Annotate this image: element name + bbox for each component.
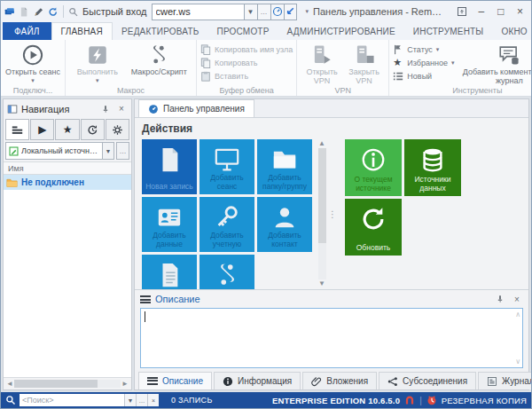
search-more-button[interactable]: … bbox=[136, 394, 147, 406]
tile-add-macro[interactable]: Добавить bbox=[200, 255, 254, 289]
add-comment-button[interactable]: Добавить комментарий в журнал bbox=[457, 42, 532, 86]
quick-access-caret-icon[interactable]: ▾ bbox=[306, 8, 309, 15]
quick-connect-more-button[interactable]: … bbox=[257, 4, 270, 20]
scroll-down-icon[interactable]: ▼ bbox=[318, 279, 325, 288]
hscroll-thumb[interactable] bbox=[14, 380, 98, 388]
tab-administration[interactable]: АДМИНИСТРИРОВАНИЕ bbox=[278, 22, 404, 40]
paste-button[interactable]: Вставить bbox=[200, 71, 293, 82]
close-vpn-button[interactable]: Закрыть VPN bbox=[343, 42, 386, 86]
dashboard-gauge-icon bbox=[148, 104, 159, 114]
backup-icon[interactable] bbox=[426, 395, 437, 405]
close-icon[interactable]: × bbox=[511, 293, 523, 305]
new-document-icon[interactable] bbox=[19, 5, 28, 19]
pin-icon[interactable] bbox=[494, 293, 506, 305]
quick-connect-label: Быстрый вход bbox=[82, 6, 146, 17]
tile-label: Добавить контакт bbox=[259, 232, 310, 249]
title-bar: Быстрый вход ▼ … ▾ Панель управления - R… bbox=[1, 1, 531, 22]
tile-refresh[interactable]: Обновить bbox=[345, 199, 402, 256]
ribbon-display-options-icon[interactable] bbox=[455, 4, 470, 20]
tile-data-sources[interactable]: Источники данных bbox=[404, 139, 461, 196]
data-source-dropdown[interactable]: ▼ bbox=[103, 142, 114, 160]
data-source-more-button[interactable]: … bbox=[116, 142, 129, 160]
description-textarea[interactable]: ∧∨ bbox=[140, 308, 523, 368]
window-title: Панель управления - Remote Deskto... bbox=[313, 6, 446, 17]
nav-tab-favorites[interactable]: ★ bbox=[55, 119, 79, 140]
tile-new-entry[interactable]: Новая запись bbox=[142, 139, 197, 194]
open-session-button[interactable]: Открыть сеанс ▾ bbox=[4, 42, 61, 84]
tab-information[interactable]: Информация bbox=[214, 372, 301, 389]
tile-add-session[interactable]: Добавить сеанс bbox=[200, 139, 254, 194]
list-icon bbox=[393, 71, 403, 82]
minimize-button[interactable]: – bbox=[474, 4, 489, 20]
tile-add-folder[interactable]: Добавить папку/группу bbox=[257, 139, 312, 194]
vscroll-track[interactable] bbox=[318, 148, 326, 279]
scroll-left-icon[interactable]: ◄ bbox=[5, 380, 14, 388]
nav-tab-settings[interactable] bbox=[106, 119, 129, 140]
star-icon: ★ bbox=[63, 124, 73, 135]
pin-icon[interactable] bbox=[99, 103, 112, 115]
tab-window[interactable]: ОКНО bbox=[492, 22, 532, 40]
open-vpn-label: Открыть VPN bbox=[301, 67, 343, 86]
close-button[interactable]: × bbox=[512, 4, 528, 20]
textarea-scroll-hints: ∧∨ bbox=[515, 311, 520, 366]
copy-node-name-button[interactable]: Копировать имя узла bbox=[200, 44, 293, 55]
quick-connect-launch-icon[interactable] bbox=[284, 4, 297, 20]
edit-pencil-icon[interactable] bbox=[34, 5, 43, 19]
description-tab-strip: Описание Информация Вложения Субсоединен… bbox=[135, 370, 528, 389]
scroll-up-icon[interactable]: ▲ bbox=[318, 139, 325, 148]
refresh-icon[interactable] bbox=[48, 5, 58, 19]
nav-tab-sessions[interactable]: ▶ bbox=[30, 119, 54, 140]
run-button[interactable]: Выполнить ▾ bbox=[69, 42, 126, 84]
data-source-combobox[interactable]: Локальный источник д... bbox=[5, 142, 103, 160]
open-vpn-button[interactable]: Открыть VPN bbox=[301, 42, 343, 86]
nav-tab-tree[interactable] bbox=[5, 119, 29, 140]
add-folder-icon bbox=[271, 146, 298, 173]
quick-connect-input[interactable] bbox=[152, 4, 244, 20]
hscroll-track[interactable] bbox=[14, 380, 121, 388]
run-bolt-icon bbox=[86, 43, 109, 67]
text-cursor bbox=[145, 311, 145, 322]
tile-about-source[interactable]: О текущем источнике bbox=[345, 139, 402, 196]
content-area: Навигация × ▶ ★ bbox=[1, 97, 531, 392]
quick-connect-dropdown[interactable]: ▼ bbox=[244, 4, 257, 20]
status-button[interactable]: Статус ▾ bbox=[393, 44, 457, 55]
quick-connect-session-icon[interactable] bbox=[270, 4, 284, 20]
search-dropdown[interactable]: ▼ bbox=[124, 394, 136, 406]
tile-add-document[interactable]: Добавить bbox=[142, 255, 197, 289]
tab-journals[interactable]: Журналы bbox=[478, 372, 532, 389]
tab-edit[interactable]: РЕДАКТИРОВАТЬ bbox=[113, 22, 208, 40]
favorites-button[interactable]: ★ Избранное ▾ bbox=[393, 58, 457, 68]
tab-view[interactable]: ПРОСМОТР bbox=[208, 22, 278, 40]
nav-tab-history[interactable] bbox=[81, 119, 105, 140]
name-column-header[interactable]: Имя bbox=[4, 161, 131, 175]
macro-script-button[interactable]: Макрос/Скрипт bbox=[126, 42, 192, 76]
tile-add-credential[interactable]: Добавить учетную bbox=[200, 197, 254, 252]
titlebar-separator bbox=[63, 5, 64, 18]
close-icon[interactable]: × bbox=[115, 103, 128, 115]
history-icon bbox=[87, 124, 98, 136]
status-search-input[interactable] bbox=[20, 394, 124, 406]
tab-dashboard[interactable]: Панель управления bbox=[138, 99, 254, 117]
tiles-vscrollbar[interactable]: ▲ ▼ bbox=[317, 139, 327, 288]
tab-tools[interactable]: ИНСТРУМЕНТЫ bbox=[404, 22, 493, 40]
navigation-header: Навигация × bbox=[4, 99, 131, 118]
tab-file[interactable]: ФАЙЛ bbox=[3, 22, 51, 40]
tab-attachments[interactable]: Вложения bbox=[302, 372, 377, 389]
navigation-hscrollbar[interactable]: ◄ ► bbox=[4, 377, 131, 389]
tab-description[interactable]: Описание bbox=[138, 372, 212, 389]
new-button[interactable]: Новый bbox=[393, 71, 457, 82]
tab-home[interactable]: ГЛАВНАЯ bbox=[51, 22, 113, 40]
scroll-right-icon[interactable]: ► bbox=[121, 380, 129, 388]
splitter-handle[interactable]: ⋮ bbox=[327, 139, 338, 288]
search-clear-button[interactable]: × bbox=[147, 394, 159, 406]
tree-item-not-connected[interactable]: Не подключен bbox=[4, 175, 131, 190]
tile-add-contact[interactable]: Добавить контакт bbox=[257, 197, 312, 252]
tile-add-data[interactable]: Добавить данные bbox=[142, 197, 197, 252]
maximize-button[interactable]: □ bbox=[493, 4, 508, 20]
statusbar-separator: | bbox=[419, 396, 422, 405]
vscroll-thumb[interactable] bbox=[318, 148, 326, 243]
open-session-label: Открыть сеанс bbox=[5, 67, 60, 76]
tab-subconnections[interactable]: Субсоединения bbox=[379, 372, 476, 389]
copy-button[interactable]: Копировать bbox=[200, 58, 293, 68]
offline-mode-icon[interactable] bbox=[404, 395, 415, 405]
